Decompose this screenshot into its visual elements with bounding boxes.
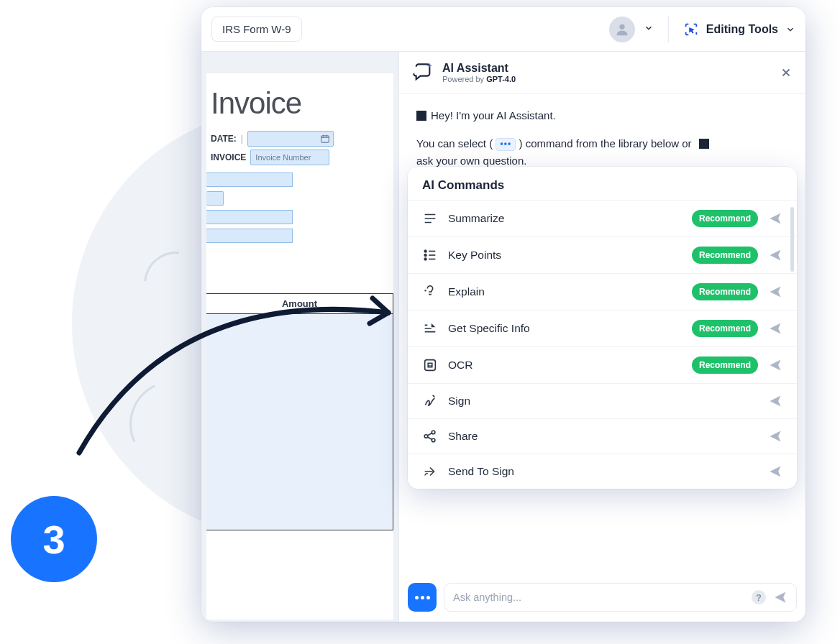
command-share[interactable]: Share [408, 418, 797, 454]
ai-title: AI Assistant [442, 62, 771, 75]
send-icon[interactable] [768, 394, 782, 408]
document-pane: Invoice DATE: | INVOICE Invoice Number [201, 52, 398, 622]
invoice-number-field[interactable]: Invoice Number [250, 150, 329, 165]
ai-subtitle: Powered by GPT-4.0 [442, 75, 771, 83]
ai-greeting: Hey! I'm your AI Assistant. [399, 94, 805, 126]
user-icon [614, 22, 630, 37]
form-field[interactable] [206, 191, 224, 206]
ask-input[interactable] [453, 592, 744, 603]
svg-rect-6 [425, 360, 436, 371]
editing-tools-button[interactable]: Editing Tools [683, 22, 795, 37]
command-ocr[interactable]: OCRRecommend [408, 346, 797, 383]
specific-icon [422, 321, 438, 336]
address-fields [206, 172, 393, 243]
document-name: IRS Form W-9 [222, 23, 291, 35]
ocr-icon [422, 357, 438, 373]
recommend-badge: Recommend [692, 283, 758, 300]
command-label: Get Specific Info [448, 322, 682, 335]
ask-input-wrapper: ? [444, 583, 797, 612]
date-label: DATE: [211, 134, 237, 144]
send-icon[interactable] [768, 358, 782, 372]
send-icon[interactable] [773, 590, 788, 604]
powered-prefix: Powered by [442, 75, 486, 83]
invoice-table: Amount [206, 293, 393, 530]
step-badge: 3 [11, 496, 97, 582]
svg-point-2 [424, 250, 426, 252]
ask-bar: ? [408, 583, 797, 612]
command-explain[interactable]: ExplainRecommend [408, 273, 797, 310]
date-field[interactable] [247, 131, 334, 147]
scrollbar[interactable] [790, 207, 794, 272]
document-name-chip[interactable]: IRS Form W-9 [211, 17, 302, 42]
hint-before: You can select ( [416, 137, 493, 150]
command-get-specific-info[interactable]: Get Specific InfoRecommend [408, 310, 797, 346]
cursor-icon [683, 22, 699, 37]
command-key-points[interactable]: Key PointsRecommend [408, 236, 797, 273]
invoice-number-placeholder: Invoice Number [255, 153, 311, 162]
command-label: Sign [448, 395, 758, 408]
send-icon[interactable] [768, 285, 782, 299]
invoice-row: INVOICE Invoice Number [206, 150, 393, 165]
send-icon[interactable] [768, 321, 782, 336]
amount-cell[interactable] [206, 314, 393, 530]
close-icon[interactable] [780, 66, 793, 79]
body: Invoice DATE: | INVOICE Invoice Number [201, 52, 805, 622]
chevron-down-icon [785, 24, 795, 34]
recommend-badge: Recommend [692, 320, 758, 337]
ai-commands-popover: AI Commands SummarizeRecommendKey Points… [408, 167, 797, 489]
invoice-label: INVOICE [211, 152, 246, 162]
send-icon[interactable] [768, 429, 782, 443]
summarize-icon [422, 211, 438, 226]
commands-menu-button[interactable] [408, 583, 437, 612]
svg-rect-1 [321, 136, 329, 142]
send-icon[interactable] [768, 211, 782, 226]
keypoints-icon [422, 247, 438, 263]
command-label: Explain [448, 285, 682, 298]
command-label: Share [448, 430, 758, 443]
chevron-down-icon[interactable] [644, 23, 654, 35]
ai-assistant-panel: AI Assistant Powered by GPT-4.0 Hey! I'm… [398, 52, 805, 622]
date-row: DATE: | [206, 131, 393, 147]
help-icon[interactable]: ? [752, 590, 766, 604]
ai-commands-list: SummarizeRecommendKey PointsRecommendExp… [408, 200, 797, 489]
svg-point-3 [424, 254, 426, 257]
topbar: IRS Form W-9 Editing Tools [201, 7, 805, 52]
sparkle-chat-icon [412, 62, 434, 83]
command-summarize[interactable]: SummarizeRecommend [408, 200, 797, 236]
recommend-badge: Recommend [692, 247, 758, 264]
step-number: 3 [42, 516, 65, 563]
document-title: Invoice [206, 86, 393, 121]
form-field[interactable] [206, 210, 293, 224]
divider [668, 17, 669, 42]
svg-point-4 [424, 258, 426, 260]
svg-point-5 [425, 290, 426, 291]
avatar[interactable] [609, 17, 635, 42]
command-sign[interactable]: Sign [408, 383, 797, 418]
emoji-placeholder-icon [416, 111, 426, 121]
emoji-placeholder-icon [699, 139, 709, 149]
send-icon[interactable] [768, 248, 782, 262]
document-page[interactable]: Invoice DATE: | INVOICE Invoice Number [206, 73, 393, 620]
sendtosign-icon [422, 464, 438, 479]
sparkle-icon [425, 62, 434, 70]
greeting-text: Hey! I'm your AI Assistant. [431, 109, 556, 121]
command-label: Send To Sign [448, 465, 758, 478]
app-window: IRS Form W-9 Editing Tools Invoice DATE: [201, 7, 805, 622]
command-send-to-sign[interactable]: Send To Sign [408, 454, 797, 489]
commands-pill-icon: ••• [496, 138, 516, 151]
sign-icon [422, 393, 438, 409]
form-field[interactable] [206, 229, 293, 243]
editing-tools-label: Editing Tools [706, 23, 778, 36]
command-label: Key Points [448, 249, 682, 262]
send-icon[interactable] [768, 464, 782, 479]
form-field[interactable] [206, 172, 293, 187]
svg-point-0 [619, 24, 624, 29]
hint-line2: ask your own question. [416, 155, 526, 167]
ai-header: AI Assistant Powered by GPT-4.0 [399, 52, 805, 94]
command-label: Summarize [448, 212, 682, 225]
calendar-icon [320, 134, 330, 144]
recommend-badge: Recommend [692, 356, 758, 374]
share-icon [422, 428, 438, 444]
recommend-badge: Recommend [692, 210, 758, 227]
hint-after: ) command from the library below or [519, 137, 692, 150]
